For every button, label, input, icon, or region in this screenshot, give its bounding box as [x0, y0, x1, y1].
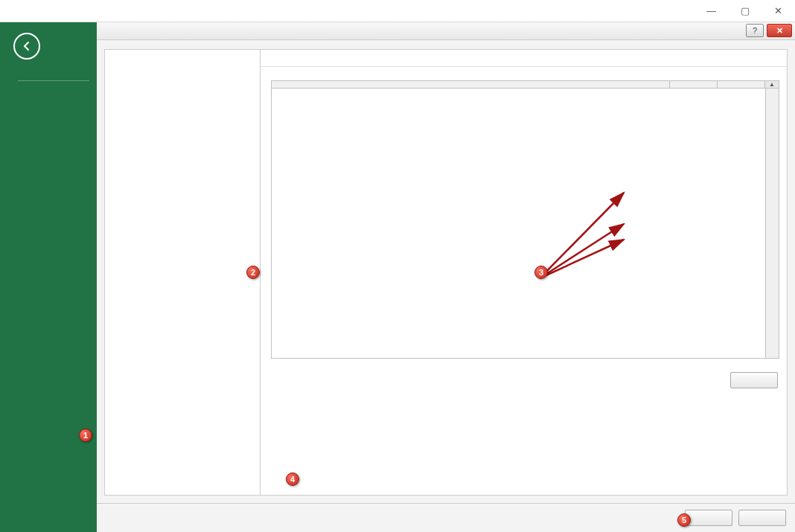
back-button[interactable]	[13, 33, 40, 60]
column-open	[670, 81, 718, 88]
options-list	[104, 49, 261, 496]
column-file-type	[272, 81, 670, 88]
sidebar-separator	[18, 80, 89, 81]
column-save	[718, 81, 765, 88]
restore-button[interactable]: ▢	[728, 0, 762, 22]
dialog-title-bar: ? ✕	[97, 22, 795, 40]
open-behaviour-group	[271, 363, 776, 366]
callout-4: 4	[286, 472, 299, 486]
table-scrollbar[interactable]	[765, 89, 779, 358]
minimize-button[interactable]: —	[695, 0, 728, 22]
callout-1: 1	[79, 429, 92, 442]
section-description	[261, 67, 787, 80]
dialog-close-button[interactable]: ✕	[767, 24, 792, 37]
titlebar: — ▢ ✕	[0, 0, 795, 22]
backstage-sidebar	[0, 22, 97, 532]
callout-2: 2	[246, 266, 260, 279]
reset-button[interactable]	[730, 372, 778, 388]
scroll-up-icon[interactable]: ▲	[765, 81, 779, 88]
callout-3: 3	[534, 266, 548, 279]
close-button[interactable]: ✕	[762, 0, 795, 22]
callout-5: 5	[677, 513, 691, 527]
section-title	[261, 50, 787, 67]
main-panel: ▲	[261, 49, 788, 496]
ok-button[interactable]	[685, 510, 732, 526]
cancel-button[interactable]	[738, 510, 786, 526]
file-types-table: ▲	[271, 80, 779, 359]
help-button[interactable]: ?	[746, 24, 764, 37]
